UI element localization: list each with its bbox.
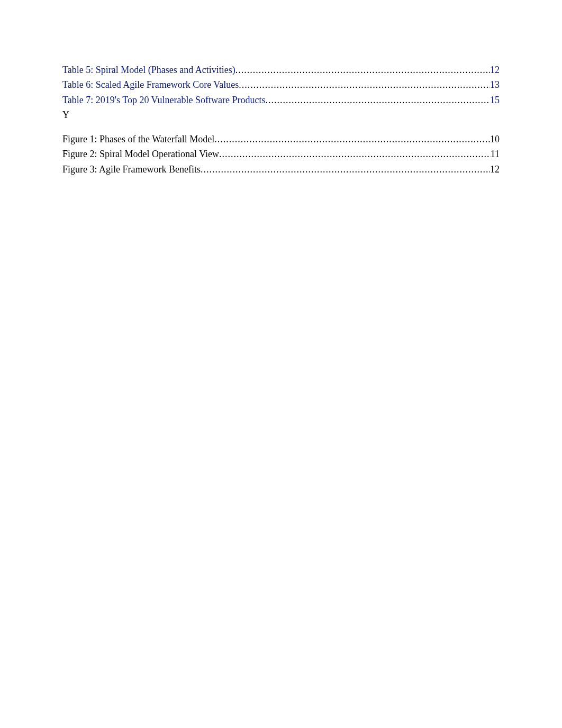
toc-entry-leader: ........................................… (235, 63, 490, 76)
toc-entry-page: 12 (490, 163, 500, 176)
toc-entry-title: Figure 1: Phases of the Waterfall Model (62, 133, 214, 145)
figures-list: Figure 1: Phases of the Waterfall Model … (62, 133, 500, 176)
toc-entry-figure-1: Figure 1: Phases of the Waterfall Model … (62, 133, 500, 145)
stray-text: Y (62, 108, 500, 121)
toc-entry-page: 10 (490, 133, 500, 145)
toc-entry-table-5: Table 5: Spiral Model (Phases and Activi… (62, 63, 500, 76)
toc-entry-leader: ........................................… (214, 133, 490, 145)
tables-list: Table 5: Spiral Model (Phases and Activi… (62, 63, 500, 106)
toc-entry-page[interactable]: 12 (490, 63, 500, 76)
toc-entry-title[interactable]: Table 6: Scaled Agile Framework Core Val… (62, 78, 239, 91)
toc-entry-table-7: Table 7: 2019's Top 20 Vulnerable Softwa… (62, 94, 500, 106)
toc-entry-page[interactable]: 13 (490, 78, 500, 91)
toc-entry-leader: ........................................… (201, 163, 490, 176)
toc-entry-leader: ........................................… (219, 148, 491, 160)
toc-entry-table-6: Table 6: Scaled Agile Framework Core Val… (62, 78, 500, 91)
toc-entry-title: Figure 2: Spiral Model Operational View (62, 148, 219, 160)
toc-entry-title: Figure 3: Agile Framework Benefits (62, 163, 201, 176)
toc-entry-page: 11 (491, 148, 500, 160)
toc-entry-figure-3: Figure 3: Agile Framework Benefits .....… (62, 163, 500, 176)
toc-entry-figure-2: Figure 2: Spiral Model Operational View … (62, 148, 500, 160)
toc-entry-page[interactable]: 15 (490, 94, 500, 106)
toc-entry-title[interactable]: Table 7: 2019's Top 20 Vulnerable Softwa… (62, 94, 265, 106)
toc-entry-title[interactable]: Table 5: Spiral Model (Phases and Activi… (62, 63, 235, 76)
toc-entry-leader: ........................................… (239, 78, 490, 91)
toc-entry-leader: ........................................… (265, 94, 490, 106)
